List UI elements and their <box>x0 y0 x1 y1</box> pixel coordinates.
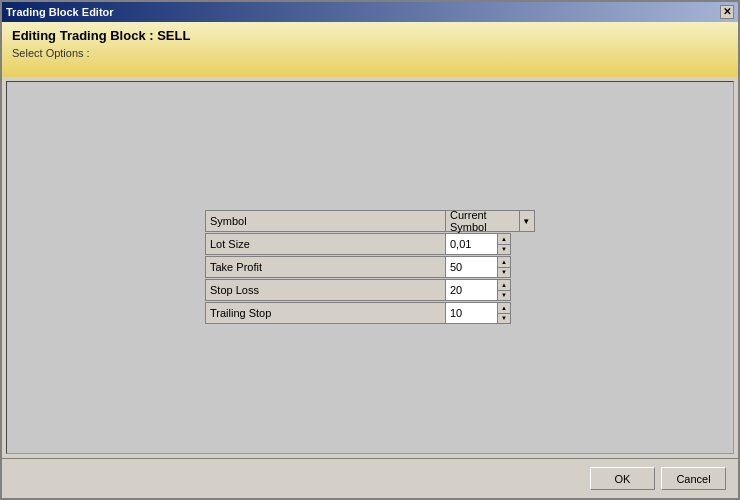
trailingstop-up-button[interactable]: ▲ <box>498 303 510 314</box>
lotsize-spinner-buttons: ▲ ▼ <box>497 233 511 255</box>
stoploss-value[interactable]: 20 <box>445 279 497 301</box>
takeprofit-spinner: 50 ▲ ▼ <box>445 256 511 278</box>
takeprofit-input-container: 50 ▲ ▼ <box>445 256 511 278</box>
stoploss-down-button[interactable]: ▼ <box>498 291 510 301</box>
trailingstop-input-container: 10 ▲ ▼ <box>445 302 511 324</box>
stoploss-up-button[interactable]: ▲ <box>498 280 510 291</box>
lotsize-up-button[interactable]: ▲ <box>498 234 510 245</box>
form-row-stoploss: Stop Loss 20 ▲ ▼ <box>205 279 535 301</box>
title-bar: Trading Block Editor ✕ <box>2 2 738 22</box>
trailingstop-down-button[interactable]: ▼ <box>498 314 510 324</box>
takeprofit-value[interactable]: 50 <box>445 256 497 278</box>
symbol-input-container: Current Symbol ▼ <box>445 210 535 232</box>
symbol-dropdown-value: Current Symbol <box>450 209 519 233</box>
takeprofit-spinner-buttons: ▲ ▼ <box>497 256 511 278</box>
editing-title: Editing Trading Block : SELL <box>12 28 728 43</box>
dropdown-arrow-icon[interactable]: ▼ <box>519 211 532 231</box>
ok-button[interactable]: OK <box>590 467 655 490</box>
lotsize-value[interactable]: 0,01 <box>445 233 497 255</box>
form-table: Symbol Current Symbol ▼ Lot Size 0,01 ▲ <box>205 210 535 325</box>
stoploss-spinner-buttons: ▲ ▼ <box>497 279 511 301</box>
cancel-button[interactable]: Cancel <box>661 467 726 490</box>
takeprofit-label: Take Profit <box>205 256 445 278</box>
form-row-takeprofit: Take Profit 50 ▲ ▼ <box>205 256 535 278</box>
symbol-label: Symbol <box>205 210 445 232</box>
lotsize-label: Lot Size <box>205 233 445 255</box>
lotsize-input-container: 0,01 ▲ ▼ <box>445 233 511 255</box>
trading-block-editor-window: Trading Block Editor ✕ Editing Trading B… <box>0 0 740 500</box>
form-row-trailingstop: Trailing Stop 10 ▲ ▼ <box>205 302 535 324</box>
symbol-dropdown[interactable]: Current Symbol ▼ <box>445 210 535 232</box>
stoploss-label: Stop Loss <box>205 279 445 301</box>
takeprofit-up-button[interactable]: ▲ <box>498 257 510 268</box>
select-options-label: Select Options : <box>12 47 728 59</box>
trailingstop-label: Trailing Stop <box>205 302 445 324</box>
form-row-symbol: Symbol Current Symbol ▼ <box>205 210 535 232</box>
trailingstop-spinner: 10 ▲ ▼ <box>445 302 511 324</box>
trailingstop-value[interactable]: 10 <box>445 302 497 324</box>
close-button[interactable]: ✕ <box>720 5 734 19</box>
lotsize-spinner: 0,01 ▲ ▼ <box>445 233 511 255</box>
trailingstop-spinner-buttons: ▲ ▼ <box>497 302 511 324</box>
form-row-lotsize: Lot Size 0,01 ▲ ▼ <box>205 233 535 255</box>
bottom-bar: OK Cancel <box>2 458 738 498</box>
content-area: Symbol Current Symbol ▼ Lot Size 0,01 ▲ <box>6 81 734 454</box>
stoploss-spinner: 20 ▲ ▼ <box>445 279 511 301</box>
lotsize-down-button[interactable]: ▼ <box>498 245 510 255</box>
header-area: Editing Trading Block : SELL Select Opti… <box>2 22 738 77</box>
window-title: Trading Block Editor <box>6 6 114 18</box>
stoploss-input-container: 20 ▲ ▼ <box>445 279 511 301</box>
takeprofit-down-button[interactable]: ▼ <box>498 268 510 278</box>
